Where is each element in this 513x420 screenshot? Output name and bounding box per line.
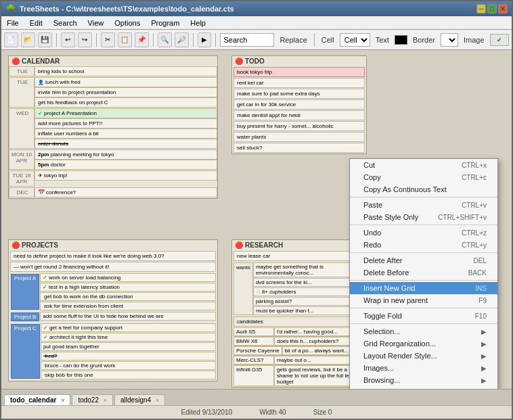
- task-fluff[interactable]: add some fluff to the UI to hide how beh…: [40, 312, 216, 321]
- event-conference[interactable]: 📅conference?: [35, 187, 217, 197]
- canvas[interactable]: 🔴 CALENDAR TUE bring kids to school TUE …: [1, 50, 512, 389]
- ctx-copy[interactable]: Copy CTRL+c: [350, 171, 497, 183]
- task-architect[interactable]: ✓architect it right this time: [41, 333, 216, 342]
- todo-plants[interactable]: water plants: [233, 132, 365, 142]
- menu-search[interactable]: Search: [48, 18, 83, 28]
- new-button[interactable]: 📄: [4, 32, 18, 47]
- res-quick[interactable]: must be quicker than f...: [253, 306, 361, 315]
- event-tokyo[interactable]: ✈tokyo trip!: [35, 170, 217, 181]
- todo-tokyo[interactable]: book tokyo trip: [233, 67, 365, 77]
- ctx-paste-style[interactable]: Paste Style Only CTRL+SHIFT+v: [350, 211, 497, 223]
- ctx-text-editing[interactable]: Text Editing... ▶: [350, 386, 497, 389]
- ctx-copy-continuous[interactable]: Copy As Continuous Text: [350, 183, 497, 195]
- close-button[interactable]: ✕: [498, 4, 508, 14]
- cand-audi-note[interactable]: I'd rather... having good...: [274, 327, 361, 336]
- menu-help[interactable]: Help: [185, 18, 211, 28]
- todo-harry[interactable]: buy present for harry - somet... alcohol…: [233, 121, 365, 131]
- text-color-box[interactable]: [395, 35, 407, 45]
- res-env[interactable]: maybe get something that is environmenta…: [253, 262, 361, 277]
- todo-stuck[interactable]: sell stuck?: [233, 143, 365, 153]
- redo-button[interactable]: ↪: [78, 32, 92, 47]
- cand-infiniti-name[interactable]: Infiniti G35: [233, 365, 274, 386]
- event-ppt[interactable]: add more pictures to PPT!!: [35, 118, 217, 129]
- event-donuts[interactable]: order donuts: [35, 139, 217, 149]
- menu-file[interactable]: File: [1, 18, 24, 28]
- event-kids[interactable]: bring kids to school: [35, 66, 217, 76]
- border-select[interactable]: [441, 33, 458, 47]
- tab-alldesign4[interactable]: alldesign4 ×: [114, 394, 165, 405]
- image-btn[interactable]: ✓: [490, 34, 510, 46]
- event-feedback[interactable]: get his feedback on project C: [35, 97, 217, 108]
- cand-porsche-name[interactable]: Porsche Cayenne: [233, 346, 282, 355]
- tab-todo-calendar-close[interactable]: ×: [61, 397, 64, 404]
- ctx-images[interactable]: Images... ▶: [350, 362, 497, 374]
- ctx-delete-after[interactable]: Delete After DEL: [350, 254, 497, 266]
- event-inflate[interactable]: inflate user numbers a bit: [35, 129, 217, 139]
- play-button[interactable]: ▶: [198, 32, 212, 47]
- proj-round2[interactable]: —won't get round 2 financing without it!: [10, 262, 216, 272]
- cand-merc-name[interactable]: Merc-CLS?: [233, 356, 274, 365]
- proj-a-btn[interactable]: Project A: [11, 274, 39, 310]
- cand-audi-name[interactable]: Audi S5: [233, 327, 274, 336]
- ctx-redo[interactable]: Redo CTRL+y: [350, 239, 497, 251]
- todo-car[interactable]: get car in for 30k service: [233, 99, 365, 110]
- menu-view[interactable]: View: [83, 18, 110, 28]
- todo-kei[interactable]: rent kei car: [233, 78, 365, 88]
- menu-options[interactable]: Options: [109, 18, 146, 28]
- event-fred[interactable]: 👤lunch with fred: [35, 77, 217, 87]
- proj-b-btn[interactable]: Project B: [11, 312, 39, 321]
- event-presentation[interactable]: ✓project A Presentation: [35, 108, 217, 118]
- task-bob[interactable]: get bob to work on the db connection: [40, 292, 216, 301]
- copy-button[interactable]: 📋: [118, 32, 132, 47]
- cand-bmw-name[interactable]: BMW X6: [233, 337, 274, 346]
- todo-pad[interactable]: make sure to pad some extra days: [233, 89, 365, 99]
- paste-button[interactable]: 📌: [135, 32, 149, 47]
- menu-edit[interactable]: Edit: [24, 18, 48, 28]
- event-doctor[interactable]: 5pm doctor: [35, 160, 217, 170]
- cand-merc-note[interactable]: maybe out o...: [274, 356, 361, 365]
- todo-dentist[interactable]: make dentist appt for heidi: [233, 110, 365, 120]
- task-team[interactable]: put good team together: [41, 342, 216, 351]
- task-latency[interactable]: ✓test in a high latency situation: [40, 283, 216, 291]
- ctx-browsing[interactable]: Browsing... ▶: [350, 374, 497, 386]
- save-button[interactable]: 💾: [38, 32, 52, 47]
- ctx-cut[interactable]: Cut CTRL+x: [350, 159, 497, 171]
- tab-todo22-close[interactable]: ×: [104, 397, 107, 404]
- cand-bmw-note[interactable]: does this h... cupholders?: [274, 337, 361, 346]
- res-dvd[interactable]: dvd screens for the ki...: [253, 278, 361, 287]
- zoom-out-button[interactable]: 🔎: [175, 32, 189, 47]
- ctx-undo[interactable]: Undo CTRL+z: [350, 227, 497, 239]
- ctx-layout-render[interactable]: Layout Render Style... ▶: [350, 350, 497, 362]
- res-parking[interactable]: parking assist?: [253, 297, 361, 306]
- proj-web30[interactable]: need to define project to make it look l…: [10, 251, 216, 261]
- minimize-button[interactable]: ─: [476, 4, 486, 14]
- ctx-selection[interactable]: Selection... ▶: [350, 325, 497, 337]
- zoom-in-button[interactable]: 🔍: [158, 32, 172, 47]
- menu-program[interactable]: Program: [146, 18, 185, 28]
- cut-button[interactable]: ✂: [101, 32, 115, 47]
- event-invite[interactable]: invite him to project presentation: [35, 87, 217, 97]
- cand-infiniti-note[interactable]: gets good reviews, but it be a shame to …: [274, 365, 361, 386]
- ctx-toggle-fold[interactable]: Toggle Fold F10: [350, 310, 497, 322]
- task-bruce[interactable]: ·bruce - can do the grunt work: [41, 361, 216, 370]
- cell-select[interactable]: Cell: [340, 33, 370, 47]
- ctx-paste[interactable]: Paste CTRL+v: [350, 199, 497, 211]
- ctx-delete-before[interactable]: Delete Before BACK: [350, 266, 497, 279]
- task-fred[interactable]: ·fred?: [41, 352, 216, 360]
- open-button[interactable]: 📂: [21, 32, 35, 47]
- ctx-insert-grid[interactable]: Insert New Grid INS: [350, 282, 497, 294]
- search-input[interactable]: [220, 33, 274, 47]
- task-extension[interactable]: ask for time extension from client: [40, 302, 216, 310]
- tab-todo-calendar[interactable]: todo_calendar ×: [4, 394, 70, 405]
- task-feel[interactable]: ✓get a feel for company support: [41, 323, 216, 332]
- event-planning[interactable]: 2pm planning meeting for tokyo: [35, 149, 217, 160]
- res-lease[interactable]: new lease car: [233, 251, 361, 261]
- tab-todo22[interactable]: todo22 ×: [72, 394, 113, 405]
- task-skip[interactable]: ·skip bob for this one: [41, 371, 216, 379]
- res-cup[interactable]: ⚠8+ cupholders: [253, 287, 361, 296]
- ctx-wrap-parent[interactable]: Wrap in new parent F9: [350, 294, 497, 306]
- maximize-button[interactable]: □: [487, 4, 497, 14]
- task-balancing[interactable]: ✓work on server load balancing: [40, 273, 216, 282]
- undo-button[interactable]: ↩: [61, 32, 75, 47]
- proj-c-btn[interactable]: Project C: [11, 324, 40, 379]
